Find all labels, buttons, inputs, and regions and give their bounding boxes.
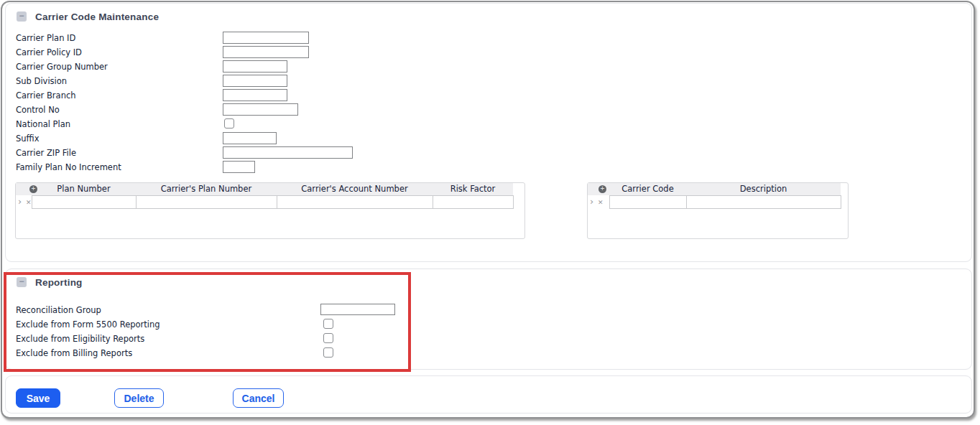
delete-row-icon[interactable]: ✕ xyxy=(26,196,32,210)
carrier-plan-id-input[interactable] xyxy=(223,32,309,44)
exclude-billing-label: Exclude from Billing Reports xyxy=(16,348,132,358)
carrier-group-number-label: Carrier Group Number xyxy=(16,62,108,72)
maintenance-section-header: − Carrier Code Maintenance xyxy=(17,11,159,22)
carrier-plan-id-label: Carrier Plan ID xyxy=(16,33,75,43)
exclude-billing-checkbox[interactable] xyxy=(323,347,333,358)
carrier-group-number-row: Carrier Group Number xyxy=(16,60,519,74)
carrier-code-maintenance-panel: − Carrier Code Maintenance Carrier Plan … xyxy=(5,3,972,262)
reconciliation-group-row: Reconciliation Group xyxy=(16,303,519,317)
expand-row-icon[interactable]: › xyxy=(18,195,22,209)
carrier-policy-id-label: Carrier Policy ID xyxy=(16,47,82,57)
suffix-row: Suffix xyxy=(16,131,519,146)
sub-division-input[interactable] xyxy=(223,75,287,87)
carrier-policy-id-input[interactable] xyxy=(223,46,309,58)
carrier-codes-col-description: Description xyxy=(686,183,841,195)
plans-grid: + Plan Number Carrier's Plan Number Carr… xyxy=(15,182,525,239)
carrier-zip-file-label: Carrier ZIP File xyxy=(16,148,76,158)
carrier-group-number-input[interactable] xyxy=(223,60,287,73)
add-carrier-code-row-icon[interactable]: + xyxy=(598,185,606,193)
delete-button[interactable]: Delete xyxy=(114,388,164,408)
control-no-input[interactable] xyxy=(223,103,298,116)
plans-grid-col-carriers-plan-number: Carrier's Plan Number xyxy=(136,183,277,195)
reporting-panel: − Reporting Reconciliation Group Exclude… xyxy=(5,268,972,370)
maintenance-section-title: Carrier Code Maintenance xyxy=(35,11,159,22)
plans-grid-col-carriers-account-number: Carrier's Account Number xyxy=(277,183,433,195)
carrier-codes-grid-header: + Carrier Code Description xyxy=(588,183,841,195)
sub-division-label: Sub Division xyxy=(16,76,67,86)
family-plan-no-increment-input[interactable] xyxy=(223,161,255,173)
family-plan-no-increment-row: Family Plan No Increment xyxy=(16,160,519,174)
carriers-plan-number-cell[interactable] xyxy=(136,195,277,209)
carrier-zip-file-input[interactable] xyxy=(223,146,353,159)
exclude-billing-row: Exclude from Billing Reports xyxy=(16,346,519,360)
plans-grid-col-risk-factor: Risk Factor xyxy=(433,183,513,195)
national-plan-label: National Plan xyxy=(16,119,70,129)
exclude-eligibility-checkbox[interactable] xyxy=(323,333,333,343)
carrier-branch-row: Carrier Branch xyxy=(16,88,519,103)
carrier-plan-id-row: Carrier Plan ID xyxy=(16,31,519,45)
risk-factor-cell[interactable] xyxy=(433,195,514,209)
plan-number-cell[interactable] xyxy=(32,195,137,209)
carrier-zip-file-row: Carrier ZIP File xyxy=(16,146,519,160)
carrier-code-maintenance-screen: − Carrier Code Maintenance Carrier Plan … xyxy=(1,1,975,419)
action-bar: Save Delete Cancel xyxy=(5,375,972,414)
suffix-input[interactable] xyxy=(223,132,277,144)
description-cell[interactable] xyxy=(686,195,841,209)
control-no-row: Control No xyxy=(16,103,519,117)
exclude-eligibility-label: Exclude from Eligibility Reports xyxy=(16,334,144,344)
plans-grid-col-plan-number: Plan Number xyxy=(32,183,136,195)
expand-row-icon[interactable]: › xyxy=(590,195,593,209)
reconciliation-group-label: Reconciliation Group xyxy=(16,305,101,315)
carrier-codes-grid: + Carrier Code Description › ✕ xyxy=(587,182,849,239)
suffix-label: Suffix xyxy=(16,134,40,144)
national-plan-row: National Plan xyxy=(16,117,519,131)
exclude-form-5500-label: Exclude from Form 5500 Reporting xyxy=(16,319,160,330)
collapse-icon[interactable]: − xyxy=(17,277,27,287)
carrier-code-cell[interactable] xyxy=(609,195,687,209)
national-plan-checkbox[interactable] xyxy=(224,118,234,129)
collapse-icon[interactable]: − xyxy=(17,11,27,22)
reporting-section-title: Reporting xyxy=(35,277,83,288)
carrier-codes-col-carrier-code: Carrier Code xyxy=(609,183,686,195)
sub-division-row: Sub Division xyxy=(16,74,519,88)
delete-row-icon[interactable]: ✕ xyxy=(598,196,604,210)
family-plan-no-increment-label: Family Plan No Increment xyxy=(16,162,121,172)
exclude-form-5500-checkbox[interactable] xyxy=(323,319,333,329)
carrier-policy-id-row: Carrier Policy ID xyxy=(16,45,519,60)
cancel-button[interactable]: Cancel xyxy=(233,388,284,408)
exclude-form-5500-row: Exclude from Form 5500 Reporting xyxy=(16,317,519,332)
reconciliation-group-input[interactable] xyxy=(320,304,395,315)
reporting-section-header: − Reporting xyxy=(17,276,83,288)
control-no-label: Control No xyxy=(16,105,60,115)
plans-grid-header: + Plan Number Carrier's Plan Number Carr… xyxy=(16,183,513,195)
carriers-account-number-cell[interactable] xyxy=(277,195,433,209)
carrier-branch-label: Carrier Branch xyxy=(16,90,76,101)
exclude-eligibility-row: Exclude from Eligibility Reports xyxy=(16,332,519,346)
carrier-branch-input[interactable] xyxy=(223,89,287,101)
save-button[interactable]: Save xyxy=(16,388,60,408)
